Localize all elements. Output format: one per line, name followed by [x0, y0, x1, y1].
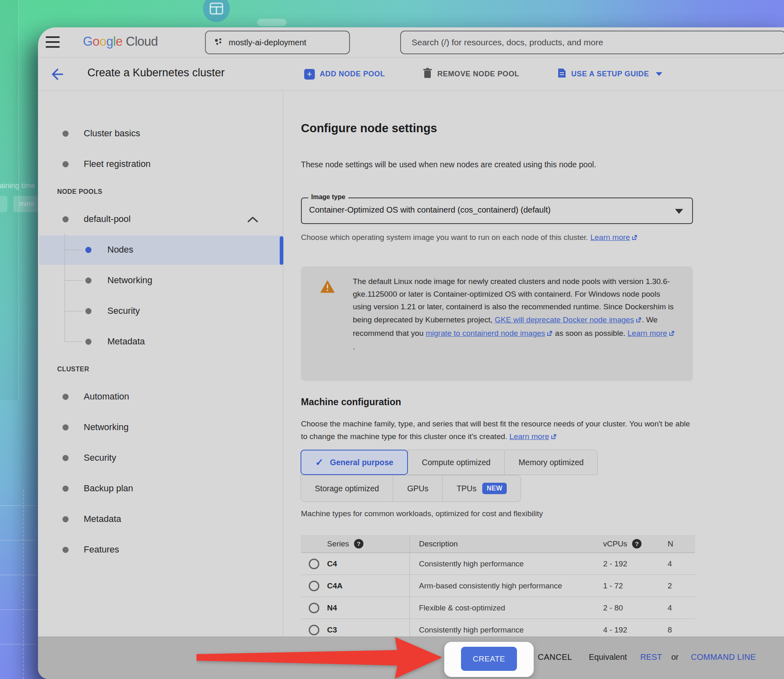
page-title: Create a Kubernetes cluster [87, 67, 225, 79]
help-icon[interactable]: ? [632, 539, 641, 548]
external-link-icon [631, 232, 638, 244]
radio-button[interactable] [309, 581, 319, 591]
tab-tpus[interactable]: TPUsNEW [442, 475, 521, 502]
step-dot-icon [62, 424, 69, 430]
tab-storage-optimized[interactable]: Storage optimized [301, 475, 393, 502]
learn-more-link[interactable]: Learn more [590, 233, 630, 242]
sidebar-item-networking[interactable]: Networking [38, 414, 283, 440]
command-line-link[interactable]: COMMAND LINE [691, 652, 756, 662]
external-link-icon [550, 431, 557, 444]
dropdown-caret-icon [675, 209, 683, 214]
learn-more-link[interactable]: Learn more [510, 432, 549, 441]
sidebar-item-label: Nodes [107, 244, 134, 255]
sidebar-item-automation[interactable]: Automation [38, 384, 283, 410]
sidebar-section-cluster: CLUSTER [57, 361, 89, 377]
cancel-button[interactable]: CANCEL [538, 652, 572, 662]
sidebar-item-label: Security [107, 306, 140, 316]
create-button[interactable]: CREATE [461, 647, 517, 671]
external-link-icon [635, 314, 642, 327]
tab-label: Compute optimized [422, 458, 490, 467]
series-row-n4[interactable]: N4Flexible & cost-optimized2 - 804 [301, 597, 695, 619]
sidebar-item-label: Cluster basics [84, 128, 140, 139]
help-icon[interactable]: ? [354, 539, 363, 548]
new-badge: NEW [482, 483, 507, 494]
deprecate-docker-link[interactable]: GKE will deprecate Docker node images [495, 315, 634, 324]
sidebar-item-security[interactable]: Security [38, 298, 283, 324]
image-type-dropdown[interactable]: Image type Container-Optimized OS with c… [301, 197, 693, 224]
add-node-pool-button[interactable]: + ADD NODE POOL [304, 58, 385, 91]
rest-link[interactable]: REST [640, 652, 662, 662]
search-placeholder: Search (/) for resources, docs, products… [412, 38, 603, 47]
tab-memory-optimized[interactable]: Memory optimized [504, 450, 598, 475]
search-input[interactable]: Search (/) for resources, docs, products… [400, 31, 784, 54]
sidebar-item-label: Features [84, 544, 119, 555]
tab-general-purpose[interactable]: ✓General purpose [301, 450, 408, 475]
collapse-chevron-icon[interactable] [247, 216, 258, 224]
image-type-value: Container-Optimized OS with containerd (… [309, 205, 550, 215]
sidebar-item-cluster-basics[interactable]: Cluster basics [38, 120, 283, 146]
chevron-down-icon [656, 72, 662, 76]
series-row-c4a[interactable]: C4AArm-based consistently high performan… [301, 575, 695, 597]
logo-letter: G [83, 34, 93, 49]
background-gridline [0, 505, 37, 506]
sidebar-item-networking[interactable]: Networking [38, 267, 283, 293]
step-dot-icon [85, 308, 91, 314]
tab-label: General purpose [330, 458, 393, 467]
wizard-sidebar: Cluster basicsFleet registrationNODE POO… [38, 91, 283, 679]
series-row-c4[interactable]: C4Consistently high performance2 - 1924 [301, 553, 695, 575]
tab-gpus[interactable]: GPUs [393, 475, 443, 502]
sidebar-item-security[interactable]: Security [38, 445, 283, 471]
vcpus-column-header: vCPUs? [603, 539, 668, 548]
image-type-help: Choose which operating system image you … [301, 231, 677, 244]
tab-label: Memory optimized [519, 458, 584, 467]
sidebar-item-label: Fleet registration [84, 159, 151, 169]
table-grid-icon [203, 0, 230, 22]
tab-compute-optimized[interactable]: Compute optimized [408, 450, 505, 475]
external-link-icon [668, 328, 675, 340]
warning-text: The default Linux node image for newly c… [353, 275, 675, 353]
back-arrow-icon[interactable] [48, 67, 63, 82]
radio-button[interactable] [309, 559, 319, 569]
learn-more-link[interactable]: Learn more [628, 329, 667, 337]
background-gridline [0, 609, 37, 610]
table-header-row: Series?DescriptionvCPUs?N [301, 535, 695, 553]
sidebar-item-label: Backup plan [84, 483, 133, 494]
description-cell: Flexible & cost-optimized [410, 597, 603, 619]
external-link-icon [546, 328, 553, 340]
machine-family-tabs-row1: ✓General purposeCompute optimizedMemory … [301, 450, 598, 475]
sidebar-item-default-pool[interactable]: default-pool [38, 206, 283, 232]
machine-series-table: Series?DescriptionvCPUs?NC4Consistently … [301, 535, 695, 641]
background-chip [0, 196, 7, 212]
use-setup-guide-button[interactable]: USE A SETUP GUIDE [557, 58, 662, 91]
hamburger-menu-icon[interactable] [46, 36, 60, 48]
series-cell: C4 [327, 559, 410, 568]
footer-action-bar: CREATE CANCEL Equivalent REST or COMMAND… [38, 637, 784, 679]
radio-button[interactable] [309, 603, 319, 613]
background-pill [257, 19, 287, 26]
series-cell: C4A [327, 581, 410, 590]
description-cell: Arm-based consistently high performance [410, 575, 603, 597]
step-dot-icon [62, 547, 69, 553]
sidebar-item-nodes[interactable]: Nodes [38, 237, 283, 263]
trash-icon [423, 68, 432, 81]
sidebar-item-label: Metadata [107, 336, 145, 347]
logo-letter: o [93, 34, 100, 49]
memory-column-header-clipped: N [668, 539, 695, 548]
sidebar-item-metadata[interactable]: Metadata [38, 328, 283, 355]
sidebar-item-features[interactable]: Features [38, 537, 283, 563]
vcpus-cell: 2 - 192 [603, 559, 668, 568]
logo-letter: o [99, 34, 106, 49]
sidebar-item-label: Automation [84, 391, 129, 402]
step-dot-icon [62, 455, 69, 461]
section-subheading: These node settings will be used when ne… [301, 160, 596, 169]
memory-cell-clipped: 4 [668, 559, 695, 568]
image-type-label: Image type [308, 193, 348, 201]
logo-letter: e [116, 34, 122, 49]
sidebar-item-metadata[interactable]: Metadata [38, 506, 283, 532]
migrate-containerd-link[interactable]: migrate to containerd node images [425, 329, 545, 337]
remove-node-pool-button[interactable]: REMOVE NODE POOL [423, 58, 519, 91]
sidebar-item-fleet-registration[interactable]: Fleet registration [38, 151, 283, 177]
warning-icon [321, 280, 334, 295]
sidebar-item-backup-plan[interactable]: Backup plan [38, 475, 283, 501]
project-selector[interactable]: mostly-ai-deployment [205, 31, 350, 54]
